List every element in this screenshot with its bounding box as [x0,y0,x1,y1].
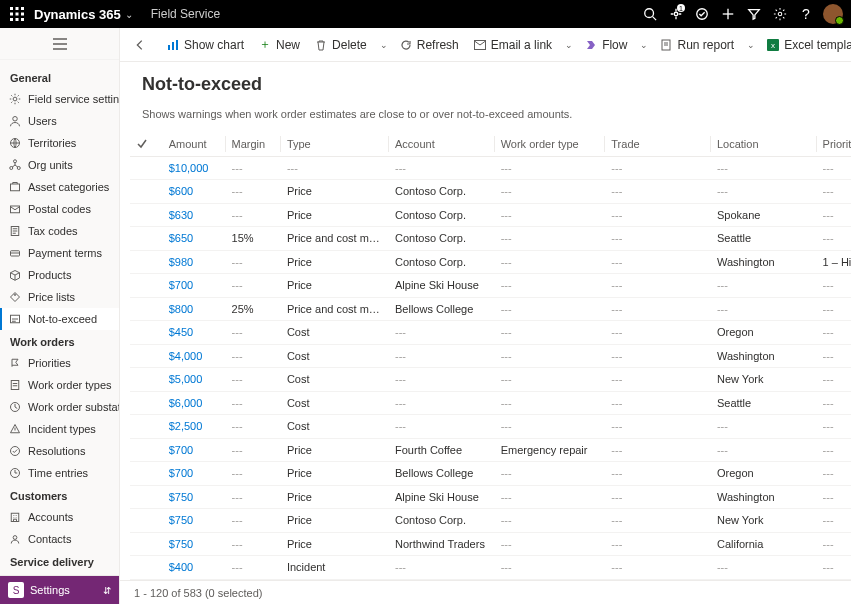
sidebar-item-payment-terms[interactable]: Payment terms [0,242,119,264]
table-row[interactable]: $750---PriceNorthwind Traders------Calif… [130,532,851,556]
column-account[interactable]: Account [389,132,495,156]
cell-amount[interactable]: $10,000 [163,156,226,180]
show-chart-button[interactable]: Show chart [160,31,250,59]
table-row[interactable]: $750---PriceAlpine Ski House------Washin… [130,485,851,509]
help-icon[interactable]: ? [793,0,819,28]
cell-amount[interactable]: $6,000 [163,391,226,415]
cell-amount[interactable]: $630 [163,203,226,227]
sidebar-item-postal-codes[interactable]: Postal codes [0,198,119,220]
search-icon[interactable] [637,0,663,28]
cell-amount[interactable]: $700 [163,462,226,486]
sidebar-item-products[interactable]: Products [0,264,119,286]
row-checkbox[interactable] [130,203,163,227]
excel-templates-button[interactable]: xExcel templates [760,31,851,59]
sidebar-item-field-service-settings[interactable]: Field service settings [0,88,119,110]
filter-icon[interactable] [741,0,767,28]
row-checkbox[interactable] [130,462,163,486]
row-checkbox[interactable] [130,415,163,439]
table-row[interactable]: $700---PriceAlpine Ski House------------… [130,274,851,298]
sidebar-item-work-order-substatu[interactable]: Work order substatu... [0,396,119,418]
table-row[interactable]: $750---PriceContoso Corp.------New York-… [130,509,851,533]
cell-amount[interactable]: $700 [163,274,226,298]
cell-amount[interactable]: $4,000 [163,344,226,368]
cell-amount[interactable]: $450 [163,321,226,345]
table-row[interactable]: $65015%Price and cost mar...Contoso Corp… [130,227,851,251]
delete-button[interactable]: Delete [308,31,373,59]
row-checkbox[interactable] [130,509,163,533]
cell-amount[interactable]: $650 [163,227,226,251]
table-row[interactable]: $450---Cost---------Oregon---Coolant cha… [130,321,851,345]
cell-amount[interactable]: $600 [163,180,226,204]
sidebar-item-work-order-types[interactable]: Work order types [0,374,119,396]
email-link-button[interactable]: Email a link [467,31,558,59]
sidebar-item-contacts[interactable]: Contacts [0,528,119,550]
sidebar-item-tax-codes[interactable]: Tax codes [0,220,119,242]
table-row[interactable]: $630---PriceContoso Corp.------Spokane--… [130,203,851,227]
table-row[interactable]: $2,500---Cost---------------Coolant chan… [130,415,851,439]
table-row[interactable]: $600---PriceContoso Corp.------------Coo… [130,180,851,204]
table-row[interactable]: $5,000---Cost---------New York---Coolant… [130,368,851,392]
brand-chevron-icon[interactable]: ⌄ [125,9,133,20]
table-row[interactable]: $10,000------------------------ [130,156,851,180]
column-margin[interactable]: Margin [226,132,281,156]
column-work-order-type[interactable]: Work order type [495,132,606,156]
task-icon[interactable] [689,0,715,28]
back-button[interactable] [128,33,152,57]
sidebar-item-price-lists[interactable]: Price lists [0,286,119,308]
table-row[interactable]: $6,000---Cost---------Seattle---Coolant … [130,391,851,415]
report-chevron-icon[interactable]: ⌄ [744,40,758,50]
row-checkbox[interactable] [130,156,163,180]
column-location[interactable]: Location [711,132,817,156]
row-checkbox[interactable] [130,250,163,274]
table-row[interactable]: $80025%Price and cost mar...Bellows Coll… [130,297,851,321]
row-checkbox[interactable] [130,391,163,415]
cell-amount[interactable]: $980 [163,250,226,274]
column-type[interactable]: Type [281,132,389,156]
sidebar-item-resolutions[interactable]: Resolutions [0,440,119,462]
cell-amount[interactable]: $5,000 [163,368,226,392]
sidebar-item-time-entries[interactable]: Time entries [0,462,119,484]
sidebar-item-incident-types[interactable]: Incident types [0,418,119,440]
column-amount[interactable]: Amount [163,132,226,156]
run-report-button[interactable]: Run report [653,31,740,59]
area-switcher[interactable]: S Settings ⇵ [0,576,119,604]
row-checkbox[interactable] [130,227,163,251]
sidebar-item-org-units[interactable]: Org units [0,154,119,176]
table-row[interactable]: $4,000---Cost---------Washington---Coola… [130,344,851,368]
select-all-checkbox[interactable] [130,132,163,156]
sidebar-item-not-to-exceed[interactable]: Not-to-exceed [0,308,119,330]
row-checkbox[interactable] [130,297,163,321]
hamburger-icon[interactable] [0,28,119,60]
row-checkbox[interactable] [130,438,163,462]
email-chevron-icon[interactable]: ⌄ [562,40,576,50]
cell-amount[interactable]: $700 [163,438,226,462]
assistant-icon[interactable]: 1 [663,0,689,28]
cell-amount[interactable]: $750 [163,509,226,533]
avatar[interactable] [823,4,843,24]
settings-icon[interactable] [767,0,793,28]
app-launcher-icon[interactable] [8,5,26,23]
row-checkbox[interactable] [130,321,163,345]
cell-amount[interactable]: $750 [163,532,226,556]
row-checkbox[interactable] [130,556,163,580]
sidebar-item-asset-categories[interactable]: Asset categories [0,176,119,198]
row-checkbox[interactable] [130,532,163,556]
table-row[interactable]: $400---Incident---------------HVAC repai… [130,556,851,580]
cell-amount[interactable]: $800 [163,297,226,321]
row-checkbox[interactable] [130,180,163,204]
table-row[interactable]: $980---PriceContoso Corp.------Washingto… [130,250,851,274]
table-row[interactable]: $700---PriceBellows College------Oregon-… [130,462,851,486]
flow-button[interactable]: Flow [578,31,633,59]
row-checkbox[interactable] [130,368,163,392]
cell-amount[interactable]: $400 [163,556,226,580]
cell-amount[interactable]: $2,500 [163,415,226,439]
column-trade[interactable]: Trade [605,132,711,156]
sidebar-item-priorities[interactable]: Priorities [0,352,119,374]
sidebar-item-users[interactable]: Users [0,110,119,132]
delete-chevron-icon[interactable]: ⌄ [377,40,391,50]
sidebar-item-territories[interactable]: Territories [0,132,119,154]
new-button[interactable]: ＋New [252,31,306,59]
row-checkbox[interactable] [130,485,163,509]
table-row[interactable]: $700---PriceFourth CoffeeEmergency repai… [130,438,851,462]
sidebar-item-accounts[interactable]: Accounts [0,506,119,528]
